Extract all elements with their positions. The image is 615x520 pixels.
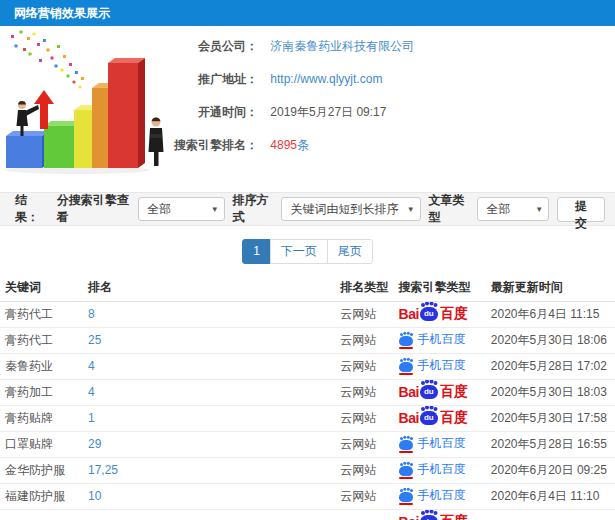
mobile-baidu-paw-icon bbox=[399, 466, 413, 476]
info-section: 会员公司： 济南秦鲁药业科技有限公司 推广地址： http://www.qlyy… bbox=[0, 26, 615, 184]
page-1-button[interactable]: 1 bbox=[242, 239, 271, 264]
rank-link[interactable]: 17,25 bbox=[88, 463, 118, 477]
table-row: 膏药加工 4 云网站 Bai du 百度 2020年5月30日 18:03 bbox=[0, 379, 615, 405]
next-page-button[interactable]: 下一页 bbox=[270, 239, 328, 264]
promo-url-label: 推广地址： bbox=[172, 71, 258, 88]
growth-chart-illustration bbox=[0, 26, 172, 178]
submit-button[interactable]: 提交 bbox=[557, 197, 605, 222]
rank-link[interactable]: 1 bbox=[88, 411, 95, 425]
filter-controls: 分搜索引擎查看 全部 ▼ 排序方式 关键词由短到长排序 ▼ 文章类型 全部 ▼ … bbox=[49, 192, 605, 226]
engine-cell: 手机百度 bbox=[394, 457, 486, 483]
rank-type-cell: 云网站 bbox=[335, 405, 393, 431]
rank-type-cell: 云网站 bbox=[335, 353, 393, 379]
page: 网络营销效果展示 bbox=[0, 0, 615, 520]
engine-cell: Bai du 百度 bbox=[394, 405, 486, 431]
article-type-label: 文章类型 bbox=[429, 192, 473, 226]
open-time-label: 开通时间： bbox=[172, 104, 258, 121]
keyword-cell: 口罩贴牌 bbox=[0, 431, 83, 457]
ranking-count-row: 搜索引擎排名： 4895条 bbox=[172, 137, 414, 154]
keyword-cell: 福建防护服 bbox=[0, 483, 83, 509]
open-time-value: 2019年5月27日 09:17 bbox=[270, 105, 386, 119]
results-label: 结果： bbox=[15, 192, 49, 226]
baidu-paw-icon: du bbox=[420, 411, 438, 425]
col-header-rank: 排名 bbox=[83, 274, 335, 301]
mobile-baidu-paw-icon bbox=[399, 492, 413, 502]
app-header: 网络营销效果展示 bbox=[0, 0, 615, 26]
table-row: 福建防护服 10 云网站 手机百度 2020年6月4日 11:10 bbox=[0, 483, 615, 509]
mobile-baidu-logo: 手机百度 bbox=[399, 331, 466, 348]
promo-url-link[interactable]: http://www.qlyyjt.com bbox=[270, 72, 382, 86]
baidu-logo: Bai du 百度 bbox=[399, 305, 468, 323]
baidu-paw-icon: du bbox=[420, 385, 438, 399]
updated-cell: 2020年5月28日 16:55 bbox=[486, 431, 615, 457]
rank-type-cell: 云网站 bbox=[335, 483, 393, 509]
rank-link[interactable]: 25 bbox=[88, 333, 101, 347]
member-company-row: 会员公司： 济南秦鲁药业科技有限公司 bbox=[172, 38, 414, 55]
rank-link[interactable]: 29 bbox=[88, 437, 101, 451]
rank-link[interactable]: 8 bbox=[88, 307, 95, 321]
mobile-baidu-paw-icon bbox=[399, 440, 413, 450]
table-row: 膏药贴牌 1 云网站 Bai du 百度 2020年5月30日 17:58 bbox=[0, 405, 615, 431]
table-row: 秦鲁药业 4 云网站 手机百度 2020年5月28日 17:02 bbox=[0, 353, 615, 379]
businessman-left bbox=[17, 101, 40, 136]
updated-cell: 2020年6月4日 11:15 bbox=[486, 301, 615, 327]
table-row: 口罩贴牌 29 云网站 手机百度 2020年5月28日 16:55 bbox=[0, 431, 615, 457]
page-title: 网络营销效果展示 bbox=[14, 6, 110, 20]
engine-cell: Bai du 百度 bbox=[394, 509, 486, 520]
keyword-cell: 膏药贴牌 bbox=[0, 405, 83, 431]
mobile-baidu-logo: 手机百度 bbox=[399, 357, 466, 374]
engine-cell: Bai du 百度 bbox=[394, 379, 486, 405]
baidu-logo: Bai du 百度 bbox=[399, 513, 468, 520]
rank-type-cell: 云网站 bbox=[335, 327, 393, 353]
caret-down-icon: ▼ bbox=[407, 198, 415, 221]
ranking-count-unit: 条 bbox=[297, 138, 309, 152]
table-row: Bai du 百度 bbox=[0, 509, 615, 520]
pagination: 1 下一页 尾页 bbox=[0, 239, 615, 264]
engine-cell: 手机百度 bbox=[394, 327, 486, 353]
caret-down-icon: ▼ bbox=[211, 198, 219, 221]
table-row: 金华防护服 17,25 云网站 手机百度 2020年6月20日 09:25 bbox=[0, 457, 615, 483]
rank-type-cell bbox=[335, 509, 393, 520]
mobile-baidu-paw-icon bbox=[399, 336, 413, 346]
keyword-cell: 膏药代工 bbox=[0, 301, 83, 327]
rank-type-cell: 云网站 bbox=[335, 379, 393, 405]
keyword-cell: 秦鲁药业 bbox=[0, 353, 83, 379]
article-type-select[interactable]: 全部 ▼ bbox=[477, 197, 549, 221]
ranking-count-label: 搜索引擎排名： bbox=[172, 137, 258, 154]
keyword-cell: 膏药代工 bbox=[0, 327, 83, 353]
table-header: 关键词 排名 排名类型 搜索引擎类型 最新更新时间 bbox=[0, 274, 615, 301]
rank-link[interactable]: 4 bbox=[88, 385, 95, 399]
last-page-button[interactable]: 尾页 bbox=[327, 239, 373, 264]
col-header-keyword: 关键词 bbox=[0, 274, 83, 301]
confetti-dots bbox=[11, 30, 84, 88]
businessman-right bbox=[149, 118, 164, 167]
sort-filter-select[interactable]: 关键词由短到长排序 ▼ bbox=[281, 197, 420, 221]
rank-type-cell: 云网站 bbox=[335, 301, 393, 327]
engine-cell: 手机百度 bbox=[394, 483, 486, 509]
keyword-cell: 金华防护服 bbox=[0, 457, 83, 483]
updated-cell: 2020年5月30日 18:06 bbox=[486, 327, 615, 353]
rank-type-cell: 云网站 bbox=[335, 431, 393, 457]
keyword-cell bbox=[0, 509, 83, 520]
rank-link[interactable]: 4 bbox=[88, 359, 95, 373]
engine-filter-label: 分搜索引擎查看 bbox=[57, 192, 134, 226]
member-company-label: 会员公司： bbox=[172, 38, 258, 55]
baidu-paw-icon: du bbox=[420, 307, 438, 321]
updated-cell: 2020年6月20日 09:25 bbox=[486, 457, 615, 483]
updated-cell: 2020年5月28日 17:02 bbox=[486, 353, 615, 379]
promo-url-row: 推广地址： http://www.qlyyjt.com bbox=[172, 71, 414, 88]
rank-type-cell: 云网站 bbox=[335, 457, 393, 483]
col-header-updated: 最新更新时间 bbox=[486, 274, 615, 301]
rank-link[interactable]: 10 bbox=[88, 489, 101, 503]
engine-filter-select[interactable]: 全部 ▼ bbox=[138, 197, 224, 221]
col-header-engine-type: 搜索引擎类型 bbox=[394, 274, 486, 301]
company-info: 会员公司： 济南秦鲁药业科技有限公司 推广地址： http://www.qlyy… bbox=[172, 26, 414, 184]
updated-cell bbox=[486, 509, 615, 520]
table-row: 膏药代工 25 云网站 手机百度 2020年5月30日 18:06 bbox=[0, 327, 615, 353]
engine-cell: 手机百度 bbox=[394, 353, 486, 379]
ranking-count-value: 4895 bbox=[270, 138, 297, 152]
mobile-baidu-logo: 手机百度 bbox=[399, 461, 466, 478]
member-company-link[interactable]: 济南秦鲁药业科技有限公司 bbox=[270, 39, 414, 53]
updated-cell: 2020年6月4日 11:10 bbox=[486, 483, 615, 509]
ranking-table: 关键词 排名 排名类型 搜索引擎类型 最新更新时间 膏药代工 8 云网站 Bai… bbox=[0, 274, 615, 520]
